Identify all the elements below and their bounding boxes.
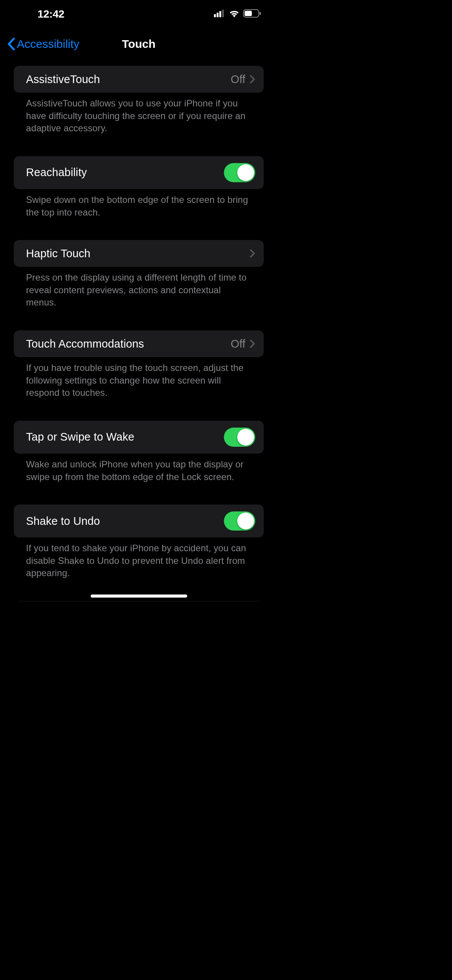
- content: AssistiveTouch Off AssistiveTouch allows…: [0, 60, 277, 601]
- label-touch-accommodations: Touch Accommodations: [26, 338, 144, 350]
- svg-rect-2: [219, 11, 221, 17]
- svg-rect-5: [245, 11, 252, 16]
- row-reachability: Reachability: [14, 156, 264, 189]
- desc-touch-accommodations: If you have trouble using the touch scre…: [14, 357, 264, 399]
- row-tap-swipe-wake: Tap or Swipe to Wake: [14, 421, 264, 454]
- svg-rect-0: [214, 14, 216, 17]
- desc-reachability: Swipe down on the bottom edge of the scr…: [14, 189, 264, 219]
- label-tap-swipe-wake: Tap or Swipe to Wake: [26, 431, 134, 443]
- label-assistive-touch: AssistiveTouch: [26, 73, 100, 86]
- svg-rect-3: [222, 10, 224, 17]
- nav-bar: Accessibility Touch: [0, 23, 277, 60]
- setting-group-haptic-touch: Haptic Touch Press on the display using …: [14, 240, 264, 309]
- toggle-shake-undo[interactable]: [224, 511, 255, 531]
- status-icons: [214, 9, 264, 19]
- row-haptic-touch[interactable]: Haptic Touch: [14, 240, 264, 267]
- row-touch-accommodations[interactable]: Touch Accommodations Off: [14, 330, 264, 357]
- desc-tap-swipe-wake: Wake and unlock iPhone when you tap the …: [14, 454, 264, 483]
- desc-assistive-touch: AssistiveTouch allows you to use your iP…: [14, 93, 264, 135]
- home-indicator[interactable]: [91, 595, 187, 598]
- svg-rect-6: [259, 12, 261, 15]
- chevron-right-icon: [250, 249, 255, 258]
- toggle-reachability[interactable]: [224, 163, 255, 182]
- back-label: Accessibility: [17, 38, 79, 51]
- label-shake-undo: Shake to Undo: [26, 515, 100, 528]
- desc-haptic-touch: Press on the display using a different l…: [14, 267, 264, 309]
- chevron-right-icon: [250, 339, 255, 348]
- value-touch-accommodations: Off: [231, 338, 245, 350]
- label-haptic-touch: Haptic Touch: [26, 247, 90, 260]
- setting-group-vibration: Vibration When this switch is off, all v…: [14, 601, 264, 601]
- row-vibration: Vibration: [14, 601, 264, 601]
- setting-group-assistive-touch: AssistiveTouch Off AssistiveTouch allows…: [14, 66, 264, 135]
- back-button[interactable]: Accessibility: [7, 38, 79, 51]
- status-time: 12:42: [14, 8, 64, 20]
- page-title: Touch: [122, 38, 156, 51]
- desc-shake-undo: If you tend to shake your iPhone by acci…: [14, 537, 264, 580]
- toggle-tap-swipe-wake[interactable]: [224, 428, 255, 447]
- value-assistive-touch: Off: [231, 73, 245, 86]
- battery-icon: [243, 9, 261, 19]
- status-bar: 12:42: [0, 0, 277, 23]
- setting-group-touch-accommodations: Touch Accommodations Off If you have tro…: [14, 330, 264, 399]
- row-shake-undo: Shake to Undo: [14, 505, 264, 537]
- label-reachability: Reachability: [26, 166, 87, 179]
- cellular-icon: [214, 10, 225, 19]
- setting-group-tap-swipe-wake: Tap or Swipe to Wake Wake and unlock iPh…: [14, 421, 264, 483]
- row-assistive-touch[interactable]: AssistiveTouch Off: [14, 66, 264, 93]
- svg-rect-1: [217, 13, 219, 17]
- chevron-right-icon: [250, 75, 255, 84]
- setting-group-reachability: Reachability Swipe down on the bottom ed…: [14, 156, 264, 219]
- setting-group-shake-undo: Shake to Undo If you tend to shake your …: [14, 505, 264, 580]
- chevron-left-icon: [7, 38, 15, 51]
- wifi-icon: [228, 9, 240, 19]
